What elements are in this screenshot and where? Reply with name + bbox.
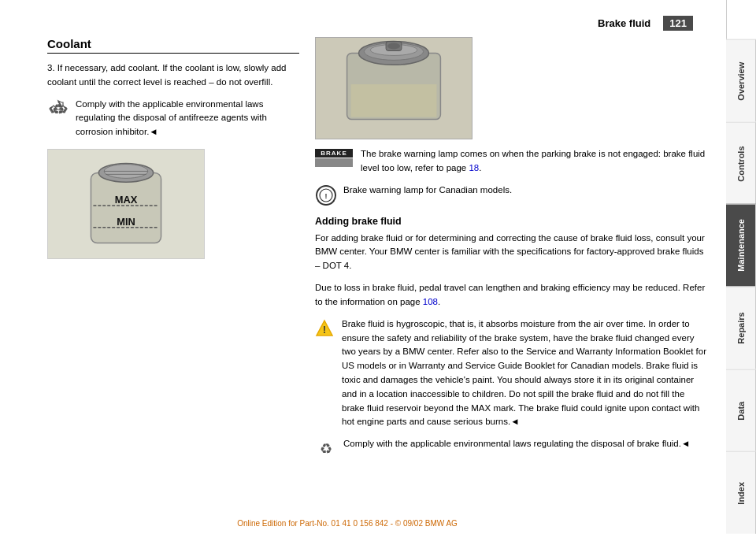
coolant-reservoir-image: MAX MIN	[47, 149, 205, 259]
left-column: Coolant 3. If necessary, add coolant. If…	[47, 37, 299, 484]
svg-rect-18	[351, 84, 437, 117]
sidebar-item-index[interactable]: Index	[726, 451, 756, 534]
svg-text:!: !	[323, 324, 326, 336]
brake-reservoir-image	[315, 37, 472, 139]
coolant-notice-block: ♻ Comply with the applicable environment…	[47, 98, 299, 139]
svg-text:♻: ♻	[320, 441, 332, 457]
sidebar-item-repairs[interactable]: Repairs	[726, 287, 756, 369]
coolant-item3: 3. If necessary, add coolant. If the coo…	[47, 61, 299, 90]
sidebar-top	[726, 0, 756, 39]
adding-brake-fluid-heading: Adding brake fluid	[315, 216, 709, 227]
brake-lamp-icon: BRAKE	[315, 149, 354, 167]
svg-text:MIN: MIN	[117, 216, 135, 228]
sidebar-item-controls[interactable]: Controls	[726, 122, 756, 205]
brake-line-light	[315, 158, 353, 167]
svg-rect-2	[91, 172, 161, 243]
brake-warning-text: The brake warning lamp comes on when the…	[361, 147, 709, 176]
canadian-brake-icon: !	[315, 184, 337, 206]
warning-triangle-icon: !	[315, 319, 334, 430]
page-number: 121	[663, 16, 693, 31]
right-heading: Brake fluid	[598, 17, 650, 29]
svg-text:MAX: MAX	[115, 194, 138, 206]
brake-warning-main-text: Brake fluid is hygroscopic, that is, it …	[342, 317, 709, 430]
sidebar-item-maintenance[interactable]: Maintenance	[726, 204, 756, 287]
brake-warning-link[interactable]: 18	[469, 163, 479, 172]
env-notice-text: Comply with the applicable environmental…	[343, 437, 709, 451]
recycle-icon-right: ♻	[315, 438, 337, 460]
canadian-notice-text: Brake warning lamp for Canadian models.	[343, 184, 709, 198]
right-column: BRAKE The brake warning lamp comes on wh…	[315, 37, 709, 484]
sidebar-item-overview[interactable]: Overview	[726, 39, 756, 122]
coolant-notice-text: Comply with the applicable environmental…	[76, 98, 299, 139]
brake-warning-block: BRAKE The brake warning lamp comes on wh…	[315, 147, 709, 176]
adding-brake-fluid-text: For adding brake fluid or for determinin…	[315, 232, 709, 273]
footer: Online Edition for Part-No. 01 41 0 156 …	[0, 519, 695, 528]
columns: Coolant 3. If necessary, add coolant. If…	[47, 37, 709, 484]
page-container: Brake fluid 121 Coolant 3. If necessary,…	[0, 0, 756, 534]
brake-loss-link[interactable]: 108	[423, 297, 438, 306]
brake-warning-main-block: ! Brake fluid is hygroscopic, that is, i…	[315, 317, 709, 430]
env-notice-block: ♻ Comply with the applicable environment…	[315, 437, 709, 460]
canadian-notice-block: ! Brake warning lamp for Canadian models…	[315, 184, 709, 206]
sidebar-item-data[interactable]: Data	[726, 369, 756, 452]
svg-text:!: !	[325, 192, 328, 200]
recycle-icon: ♻	[47, 98, 69, 121]
brake-fluid-loss-text: Due to loss in brake fluid, pedal travel…	[315, 281, 709, 310]
sidebar: Overview Controls Maintenance Repairs Da…	[726, 0, 756, 534]
svg-point-17	[387, 43, 400, 50]
brake-line-dark: BRAKE	[315, 149, 353, 158]
main-content: Brake fluid 121 Coolant 3. If necessary,…	[0, 0, 724, 534]
top-bar: Brake fluid 121	[47, 16, 709, 31]
left-heading: Coolant	[47, 37, 299, 54]
svg-text:♻: ♻	[52, 102, 65, 117]
